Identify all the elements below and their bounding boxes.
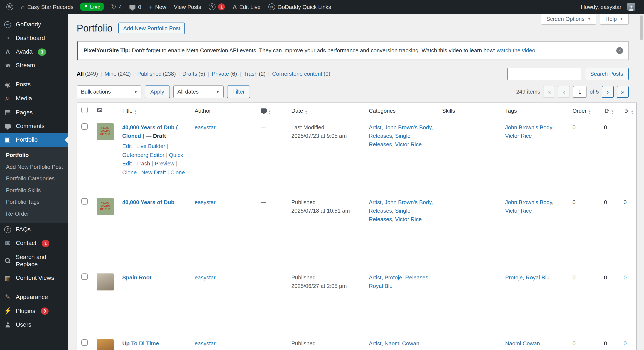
sidebar-item-faqs[interactable]: ?FAQs [0, 223, 68, 236]
sidebar-item-search-and-replace[interactable]: Search and Replace [0, 250, 68, 271]
post-title-link[interactable]: Up To Di Time [122, 340, 159, 347]
row-action-gutenberg-editor[interactable]: Gutenberg Editor [122, 152, 164, 158]
sidebar-item-godaddy[interactable]: ∞GoDaddy [0, 18, 68, 31]
search-input[interactable] [507, 67, 581, 80]
featured-image-thumbnail[interactable] [97, 273, 114, 290]
sidebar-item-media[interactable]: ♬Media [0, 92, 68, 106]
sort-by-date-link[interactable]: Date▲▼ [291, 107, 308, 115]
sort-by-comments-link[interactable]: ▲▼ [261, 107, 271, 115]
updates-link[interactable]: ↻ 4 [107, 0, 126, 14]
view-filter-drafts[interactable]: Drafts [182, 71, 197, 77]
sidebar-item-users[interactable]: Users [0, 318, 68, 332]
tag-link[interactable]: Naomi Cowan [505, 340, 540, 347]
sort-by-export-a-link[interactable]: ▲▼ [604, 107, 614, 115]
submenu-item-portfolio-categories[interactable]: Portfolio Categories [0, 173, 68, 184]
category-link[interactable]: Artist [369, 274, 382, 280]
submenu-item-portfolio[interactable]: Portfolio [0, 149, 68, 161]
featured-image-thumbnail[interactable] [97, 339, 114, 350]
view-posts-link[interactable]: View Posts [170, 0, 205, 14]
help-button[interactable]: Help ▼ [600, 14, 629, 25]
tag-link[interactable]: Victor Rice [505, 207, 532, 214]
row-action-clone[interactable]: Clone [170, 169, 185, 176]
author-link[interactable]: easystar [195, 124, 216, 130]
sidebar-item-plugins[interactable]: ⚡Plugins3 [0, 304, 68, 318]
live-status-badge[interactable]: Live [80, 2, 104, 11]
search-posts-button[interactable]: Search Posts [584, 67, 629, 80]
row-checkbox[interactable] [81, 198, 88, 204]
category-link[interactable]: Victor Rice [395, 216, 422, 222]
category-link[interactable]: John Brown's Body [384, 199, 432, 205]
category-link[interactable]: Releases [405, 274, 428, 280]
row-checkbox[interactable] [81, 123, 88, 130]
category-link[interactable]: Releases [369, 207, 392, 214]
row-checkbox[interactable] [81, 273, 88, 280]
sidebar-item-comments[interactable]: Comments [0, 120, 68, 133]
comments-link[interactable]: 0 [126, 0, 145, 14]
submenu-item-portfolio-skills[interactable]: Portfolio Skills [0, 184, 68, 196]
tag-link[interactable]: Royal Blu [526, 274, 550, 280]
sidebar-item-content-views[interactable]: ▦Content Views [0, 271, 68, 285]
watch-the-video-link[interactable]: watch the video [497, 47, 536, 54]
new-content-link[interactable]: + New [145, 0, 170, 14]
category-link[interactable]: Protoje [384, 274, 402, 280]
bulk-actions-select[interactable]: Bulk actions ▼ [77, 85, 142, 98]
submenu-item-re-order[interactable]: Re-Order [0, 208, 68, 219]
tag-link[interactable]: Victor Rice [505, 133, 532, 139]
sidebar-item-appearance[interactable]: ✎Appearance [0, 290, 68, 304]
featured-image-thumbnail[interactable]: 40,000YEARSOF DUB [97, 123, 114, 140]
sidebar-item-portfolio[interactable]: ▣Portfolio [0, 133, 68, 147]
author-link[interactable]: easystar [195, 274, 216, 280]
row-action-clone[interactable]: Clone [122, 169, 137, 176]
row-action-edit[interactable]: Edit [122, 143, 132, 149]
godaddy-quick-links[interactable]: ∞ GoDaddy Quick Links [264, 0, 335, 14]
row-checkbox[interactable] [81, 339, 88, 346]
dismiss-notice-button[interactable]: × [616, 47, 623, 54]
tag-link[interactable]: John Brown's Body [505, 124, 552, 130]
edit-live-link[interactable]: Ʌ Edit Live [229, 0, 264, 14]
dates-filter-select[interactable]: All dates ▼ [173, 85, 224, 98]
view-filter-trash[interactable]: Trash [244, 71, 258, 77]
row-action-new-draft[interactable]: New Draft [141, 169, 166, 176]
sidebar-item-contact[interactable]: ✉Contact1 [0, 236, 68, 250]
sidebar-item-dashboard[interactable]: ◔Dashboard [0, 31, 68, 45]
current-page-input[interactable] [573, 86, 587, 98]
category-link[interactable]: John Brown's Body [384, 124, 432, 130]
author-link[interactable]: easystar [195, 199, 216, 205]
site-name-link[interactable]: ⌂ Easy Star Records [17, 0, 77, 14]
category-link[interactable]: Artist [369, 124, 382, 130]
sidebar-item-avada[interactable]: ɅAvada3 [0, 45, 68, 59]
apply-button[interactable]: Apply [145, 85, 170, 98]
filter-button[interactable]: Filter [227, 85, 250, 98]
row-action-live-builder[interactable]: Live Builder [136, 143, 165, 149]
view-filter-mine[interactable]: Mine [104, 71, 116, 77]
category-link[interactable]: Victor Rice [395, 141, 422, 148]
view-filter-all[interactable]: All [77, 71, 84, 77]
row-action-trash[interactable]: Trash [136, 161, 150, 167]
sort-by-title-link[interactable]: Title▲▼ [122, 107, 137, 115]
view-filter-published[interactable]: Published [137, 71, 162, 77]
category-link[interactable]: Royal Blu [369, 283, 392, 289]
category-link[interactable]: Naomi Cowan [384, 340, 419, 347]
post-title-link[interactable]: Spain Root [122, 274, 152, 280]
add-new-portfolio-post-button[interactable]: Add New Portfolio Post [118, 22, 185, 34]
author-link[interactable]: easystar [195, 340, 216, 347]
submenu-item-add-new-portfolio-post[interactable]: Add New Portfolio Post [0, 161, 68, 173]
sidebar-item-pages[interactable]: ▤Pages [0, 105, 68, 120]
yoast-menu[interactable]: Y 1 [205, 0, 229, 14]
view-filter-private[interactable]: Private [212, 71, 229, 77]
wordpress-menu-button[interactable]: W [2, 0, 17, 14]
next-page-button[interactable]: › [602, 86, 614, 98]
scrollbar-thumb[interactable] [640, 15, 643, 40]
screen-options-button[interactable]: Screen Options ▼ [541, 14, 596, 25]
sort-by-order-link[interactable]: Order▲▼ [572, 107, 591, 115]
select-all-checkbox[interactable] [81, 107, 88, 113]
my-account-menu[interactable]: Howdy, easystar [577, 0, 639, 14]
tag-link[interactable]: John Brown's Body [505, 199, 552, 205]
sort-by-export-b-link[interactable]: ▲▼ [624, 107, 634, 115]
post-title-link[interactable]: 40,000 Years of Dub [122, 199, 174, 205]
tag-link[interactable]: Protoje [505, 274, 522, 280]
sidebar-item-stream[interactable]: ≋Stream [0, 59, 68, 73]
last-page-button[interactable]: » [617, 86, 629, 98]
category-link[interactable]: Artist [369, 340, 382, 347]
category-link[interactable]: Releases [369, 133, 392, 139]
